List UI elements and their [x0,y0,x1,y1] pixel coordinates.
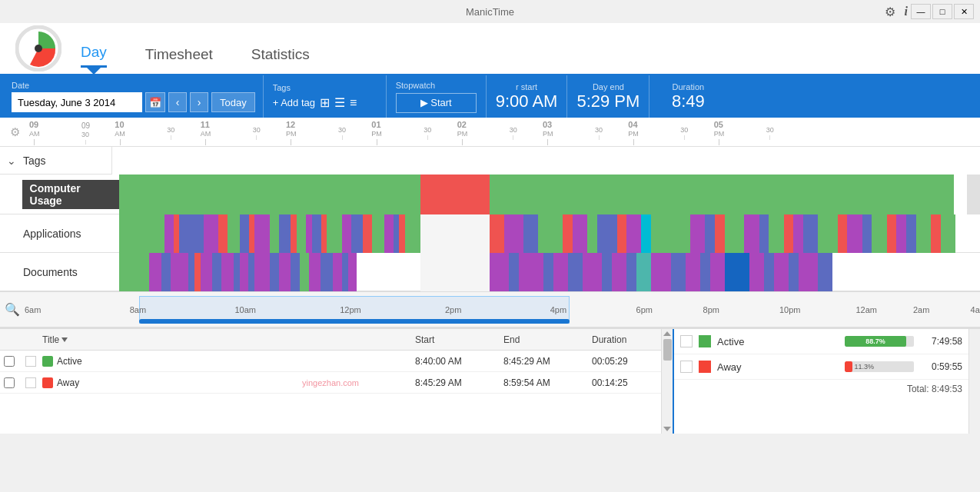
row1-duration: 00:05:29 [592,356,657,367]
stats-bar-active: 88.7% [845,336,914,347]
stopwatch-label: Stopwatch [396,81,477,90]
row2-title: Away [42,377,415,388]
toolbar-stopwatch-section: Stopwatch ▶ Start [387,75,487,118]
stats-total: Total: 8:49:53 [674,380,968,398]
toolbar-date-section: Date 📅 ‹ › Today [4,75,264,118]
stats-row-away: Away 11.3% 0:59:55 [674,354,968,380]
row2-start: 8:45:29 AM [415,377,503,388]
svg-point-1 [35,45,42,52]
bottom-tick-6am: 6am [25,305,41,314]
row2-duration: 00:14:25 [592,377,657,388]
close-button[interactable]: ✕ [954,4,974,19]
bottom-tick-12am: 12am [855,305,877,314]
maximize-button[interactable]: □ [932,4,952,19]
row1-title: Active [42,356,415,367]
app-timeline [119,214,980,253]
bottom-tick-4am: 4am [971,305,980,314]
day-start-label: r start [496,82,558,91]
stats-color-active [699,335,711,347]
calendar-button[interactable]: 📅 [145,92,165,112]
stats-label-active: Active [717,336,839,347]
day-end-value: 5:29 PM [576,91,639,111]
bottom-tick-10am: 10am [234,305,256,314]
table-row: Away 8:45:29 AM 8:59:54 AM 00:14:25 ying… [0,372,661,394]
logo [15,25,61,71]
stats-scrollbar[interactable] [968,329,980,434]
scroll-up-arrow[interactable] [663,331,671,336]
row2-check[interactable] [4,377,25,388]
next-day-button[interactable]: › [190,92,208,112]
bottom-tick-12pm: 12pm [340,305,361,314]
tab-timesheet[interactable]: Timesheet [145,46,213,68]
watermark: yingezhan.com [302,378,359,387]
stats-row-active: Active 88.7% 7:49:58 [674,329,968,354]
tags-chevron[interactable]: ⌄ [0,155,23,167]
stats-check-away[interactable] [680,361,693,373]
tags-label: Tags [23,155,111,167]
settings-icon[interactable]: ⚙ [885,5,895,19]
ruler-gear[interactable]: ⚙ [0,125,29,139]
row2-end: 8:59:54 AM [503,377,592,388]
date-input[interactable] [12,92,142,112]
prev-day-button[interactable]: ‹ [168,92,187,112]
computer-usage-label: Computer Usage [22,180,119,209]
bottom-tick-10pm: 10pm [779,305,801,314]
stats-bar-away: 11.3% [845,361,914,372]
day-end-label: Day end [576,82,639,91]
toolbar-daystart-section: r start 9:00 AM [487,75,568,118]
stats-time-active: 7:49:58 [920,336,962,347]
app-label-area: Applications [0,228,119,240]
tag-view-compact[interactable]: ≡ [350,96,357,110]
stats-check-active[interactable] [680,335,693,347]
table-row: Active 8:40:00 AM 8:45:29 AM 00:05:29 [0,351,661,372]
toolbar-tags-section: Tags + Add tag ⊞ ☰ ≡ [264,75,387,118]
col-title-header[interactable]: Title [42,334,415,345]
tags-label: Tags [273,83,377,92]
cu-label-area: Computer Usage [0,180,119,209]
stats-time-away: 0:59:55 [920,361,962,372]
bottom-tick-6pm: 6pm [636,305,653,314]
row1-check[interactable] [4,356,25,367]
documents-label: Documents [23,266,78,278]
today-button[interactable]: Today [211,92,255,112]
tags-row: ⌄ Tags [0,147,980,175]
col-end-header[interactable]: End [503,334,592,345]
day-start-value: 9:00 AM [496,91,558,111]
titlebar-icons: ⚙ i [885,5,908,19]
nav-tabs: Day Timesheet Statistics [81,23,310,74]
row1-end: 8:45:29 AM [503,356,592,367]
date-label: Date [12,81,255,90]
bottom-tick-2am: 2am [913,305,929,314]
tag-view-list[interactable]: ☰ [334,95,345,110]
applications-label: Applications [23,228,81,240]
ruler-ticks: 09AM 0930 10AM 30 11AM 30 12PM 30 01PM 3… [29,118,980,147]
table-scrollbar[interactable] [661,329,673,434]
bottom-tick-2pm: 2pm [445,305,461,314]
search-icon[interactable]: 🔍 [0,302,25,317]
table-panel: Title Start End Duration Active 8:40:00 … [0,329,661,434]
add-tag-button[interactable]: + Add tag [273,97,315,108]
app-title: ManicTime [466,6,514,18]
scroll-thumb[interactable] [663,339,672,361]
tab-day[interactable]: Day [81,44,107,68]
scroll-down-arrow[interactable] [663,427,671,431]
time-ruler: ⚙ 09AM 0930 10AM 30 11AM 30 12PM 30 01PM… [0,118,980,147]
duration-value: 8:49 [659,91,717,111]
applications-row: Applications [0,214,980,253]
row2-icon [25,377,42,388]
row1-icon [25,356,42,367]
tag-view-grid[interactable]: ⊞ [320,95,330,110]
documents-row: Documents [0,253,980,291]
info-icon[interactable]: i [905,5,908,18]
stats-label-away: Away [717,361,839,373]
row1-start: 8:40:00 AM [415,356,503,367]
col-start-header[interactable]: Start [415,334,503,345]
window-controls: — □ ✕ [911,4,974,19]
cu-timeline [119,175,980,214]
tab-statistics[interactable]: Statistics [251,46,310,68]
bottom-tick-8pm: 8pm [703,305,719,314]
col-duration-header[interactable]: Duration [592,334,657,345]
toolbar: Date 📅 ‹ › Today Tags + Add tag ⊞ ☰ ≡ St… [0,75,980,118]
minimize-button[interactable]: — [911,4,931,19]
start-button[interactable]: ▶ Start [396,93,477,113]
